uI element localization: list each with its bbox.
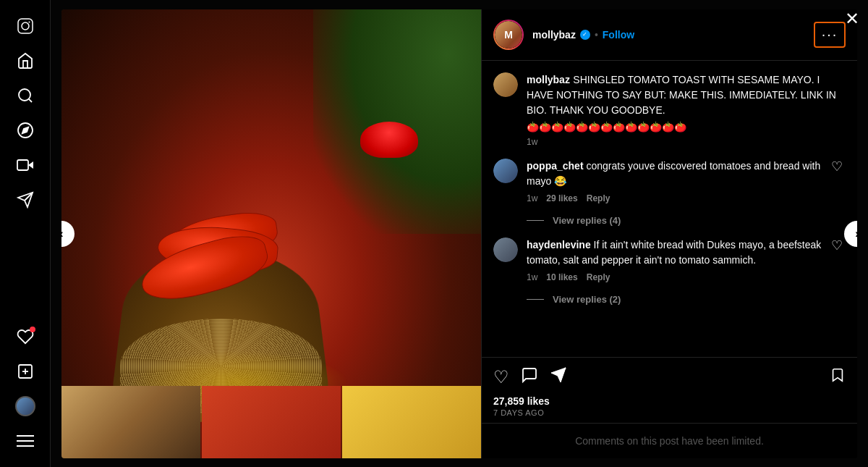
header-avatar[interactable]: M	[493, 20, 524, 50]
view-replies-1[interactable]: View replies (4)	[527, 215, 846, 226]
bookmark-button[interactable]	[830, 367, 846, 387]
header-info: mollybaz ✓ • Follow	[532, 29, 805, 41]
instagram-logo-icon[interactable]	[11, 12, 40, 41]
comment-1: poppa_chet congrats youve discovered tom…	[493, 159, 846, 203]
modal-overlay: ✕ ‹ ›	[51, 0, 868, 467]
comment-1-content: poppa_chet congrats youve discovered tom…	[527, 159, 846, 203]
view-replies-2-label[interactable]: View replies (2)	[553, 294, 621, 305]
sidebar	[0, 0, 51, 467]
dot-separator: •	[595, 29, 598, 41]
svg-line-4	[28, 99, 31, 102]
like-button[interactable]: ♡	[493, 367, 509, 387]
home-icon[interactable]	[11, 46, 40, 75]
verified-badge: ✓	[580, 30, 590, 40]
search-icon[interactable]	[11, 81, 40, 110]
original-comment-body: mollybaz SHINGLED TOMATO TOAST WITH SESA…	[527, 72, 846, 147]
follow-button[interactable]: Follow	[603, 29, 634, 41]
svg-rect-0	[18, 19, 33, 33]
close-button[interactable]: ✕	[845, 9, 859, 29]
main-content: ✕ ‹ ›	[51, 0, 868, 467]
menu-icon[interactable]	[11, 426, 40, 455]
emoji-row: 🍅🍅🍅🍅🍅🍅🍅🍅🍅🍅🍅🍅🍅	[527, 121, 846, 132]
original-comment-username[interactable]: mollybaz	[527, 74, 570, 85]
post-image	[61, 9, 481, 458]
action-icons-row: ♡	[493, 366, 846, 388]
time-ago: 7 DAYS AGO	[493, 408, 846, 417]
reels-icon[interactable]	[11, 151, 40, 180]
view-replies-1-label[interactable]: View replies (4)	[553, 215, 621, 226]
svg-rect-8	[17, 160, 28, 170]
replies-line-2	[527, 299, 544, 300]
view-replies-2[interactable]: View replies (2)	[527, 294, 846, 305]
svg-marker-7	[28, 161, 33, 169]
comment-1-reply-btn[interactable]: Reply	[587, 193, 610, 203]
replies-line	[527, 220, 544, 221]
svg-point-2	[28, 22, 30, 23]
original-comment-text: SHINGLED TOMATO TOAST WITH SESAME MAYO. …	[527, 74, 836, 116]
limited-comments-notice: Comments on this post have been limited.	[482, 423, 857, 458]
comment-2-reply-btn[interactable]: Reply	[587, 272, 610, 282]
comment-2-avatar[interactable]	[493, 237, 518, 262]
messages-icon[interactable]	[11, 185, 40, 214]
post-right-panel: M mollybaz ✓ • Follow ···	[481, 9, 857, 458]
svg-marker-18	[551, 368, 566, 382]
action-bar: ♡	[482, 357, 857, 423]
comment-2-username[interactable]: haydenlevine	[527, 239, 591, 251]
comment-1-like-icon[interactable]: ♡	[828, 159, 846, 174]
comment-2-time: 1w	[527, 272, 537, 282]
comment-2-like-icon[interactable]: ♡	[828, 237, 846, 253]
comment-1-time: 1w	[527, 193, 537, 203]
likes-count: 27,859 likes	[493, 395, 846, 407]
svg-marker-6	[22, 127, 27, 133]
comment-button[interactable]	[521, 366, 538, 388]
comment-1-likes: 29 likes	[546, 193, 577, 203]
explore-icon[interactable]	[11, 116, 40, 145]
comment-2-text: haydenlevine If it ain't white bread wit…	[527, 237, 828, 268]
comment-2-likes: 10 likes	[546, 272, 577, 282]
post-modal: ‹ ›	[61, 9, 857, 458]
share-button[interactable]	[550, 366, 567, 388]
notifications-icon[interactable]	[11, 322, 40, 351]
original-comment-time: 1w	[527, 137, 846, 147]
more-options-button[interactable]: ···	[814, 22, 846, 48]
original-post-comment: mollybaz SHINGLED TOMATO TOAST WITH SESA…	[493, 72, 846, 147]
profile-icon[interactable]	[11, 392, 40, 421]
svg-point-3	[19, 89, 30, 101]
comments-section[interactable]: mollybaz SHINGLED TOMATO TOAST WITH SESA…	[482, 61, 857, 357]
post-header: M mollybaz ✓ • Follow ···	[482, 9, 857, 61]
original-comment-avatar[interactable]	[493, 72, 518, 97]
comment-1-username[interactable]: poppa_chet	[527, 160, 584, 172]
svg-point-1	[22, 22, 29, 30]
header-username[interactable]: mollybaz	[532, 29, 576, 41]
create-icon[interactable]	[11, 357, 40, 386]
comment-2: haydenlevine If it ain't white bread wit…	[493, 237, 846, 282]
comment-1-text: poppa_chet congrats youve discovered tom…	[527, 159, 828, 189]
comment-2-content: haydenlevine If it ain't white bread wit…	[527, 237, 846, 282]
comment-1-avatar[interactable]	[493, 159, 518, 183]
